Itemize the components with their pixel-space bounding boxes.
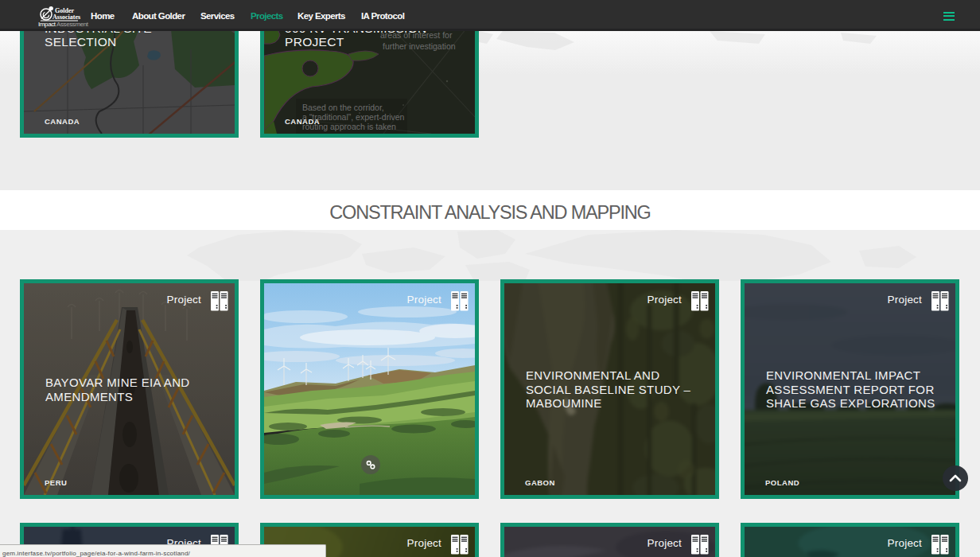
svg-text:Based on the corridor,: Based on the corridor,: [302, 103, 384, 112]
